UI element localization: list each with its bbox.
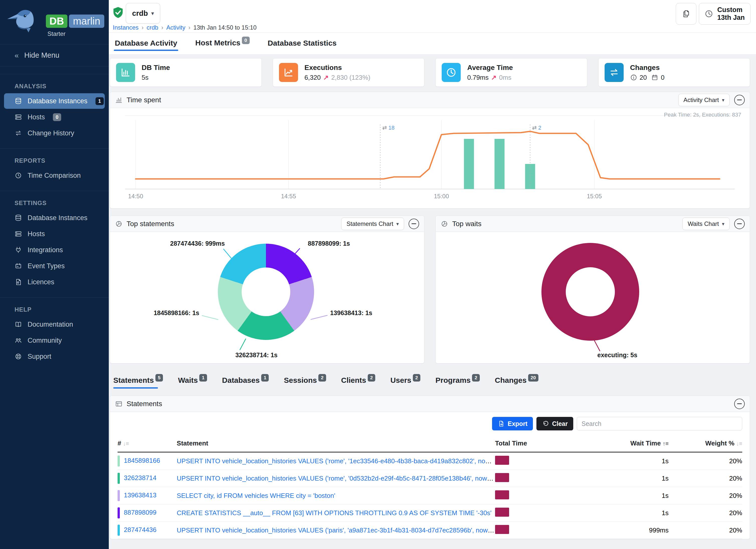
total-time-bar	[495, 456, 509, 465]
statement-id-link[interactable]: 326238714	[124, 474, 156, 482]
statement-id-link[interactable]: 1845898166	[124, 457, 160, 464]
top-waits-header: Top waits Waits Chart ▾	[436, 216, 750, 232]
statement-color-bar	[118, 455, 120, 467]
sidebar-item-time-comparison[interactable]: Time Comparison	[4, 168, 105, 183]
detail-tab-statements[interactable]: Statements5	[113, 376, 163, 389]
column-header-total-time[interactable]: Total Time	[495, 435, 600, 452]
chevron-down-icon: ▾	[722, 221, 724, 227]
column-header-weight[interactable]: Weight % ↓≡	[669, 435, 742, 452]
detail-tab-changes[interactable]: Changes20	[495, 376, 538, 389]
marlin-logo-icon	[5, 6, 44, 41]
time-spent-chart[interactable]: 14:5014:5515:0015:05⇄ 18⇄ 2	[110, 110, 750, 208]
statement-color-bar	[118, 525, 120, 536]
table-row: 139638413 SELECT city, id FROM vehicles …	[118, 487, 742, 504]
count-badge: 20	[528, 374, 538, 382]
hide-menu-button[interactable]: « Hide Menu	[0, 44, 109, 66]
card-db-time: DB Time 5s	[110, 58, 262, 87]
health-shield-icon	[112, 7, 124, 19]
chevron-down-icon: ▾	[722, 97, 724, 103]
double-chevron-left-icon: «	[15, 51, 19, 60]
weight-value: 20%	[669, 504, 742, 522]
copy-icon	[682, 10, 690, 18]
tab-host-metrics[interactable]: Host Metrics0	[194, 34, 251, 53]
statement-link[interactable]: UPSERT INTO vehicle_location_histories V…	[177, 526, 495, 534]
statement-link[interactable]: CREATE STATISTICS __auto__ FROM [63] WIT…	[177, 509, 492, 517]
sort-icon: ↓≡	[736, 440, 742, 447]
sidebar-item-change-history[interactable]: Change History	[4, 125, 105, 141]
instance-name: crdb	[132, 9, 148, 18]
breadcrumb-instances[interactable]: Instances	[113, 24, 139, 31]
clear-button[interactable]: Clear	[536, 417, 573, 430]
chart-type-dropdown[interactable]: Waits Chart ▾	[682, 218, 730, 230]
instance-selector[interactable]: crdb ▾	[126, 3, 160, 24]
sidebar-item-licences[interactable]: Licences	[4, 274, 105, 290]
tab-database-activity[interactable]: Database Activity	[114, 34, 178, 52]
statement-id-link[interactable]: 887898099	[124, 509, 156, 516]
sidebar-item-documentation[interactable]: Documentation	[4, 317, 105, 332]
search-input[interactable]	[577, 417, 742, 430]
breadcrumb-activity[interactable]: Activity	[166, 24, 185, 31]
sidebar-item-hosts-settings[interactable]: Hosts	[4, 226, 105, 242]
sidebar-item-hosts[interactable]: Hosts 0	[4, 109, 105, 125]
sidebar-item-database-instances[interactable]: Database Instances 1	[4, 93, 105, 109]
column-header-num[interactable]: # ↓≡	[118, 435, 177, 452]
count-badge: 5	[155, 374, 163, 382]
card-executions: Executions 6,320 ↗ 2,830 (123%)	[273, 58, 425, 87]
sidebar-item-database-instances-settings[interactable]: Database Instances	[4, 210, 105, 226]
collapse-panel-button[interactable]	[734, 95, 745, 105]
sidebar-item-integrations[interactable]: Integrations	[4, 242, 105, 258]
tab-database-statistics[interactable]: Database Statistics	[267, 34, 338, 52]
statement-link[interactable]: UPSERT INTO vehicle_location_histories V…	[177, 475, 495, 482]
waits-donut-chart[interactable]: executing: 5s	[436, 232, 750, 364]
weight-value: 20%	[669, 452, 742, 470]
top-actions: Custom 13th Jan	[676, 3, 750, 25]
sidebar-item-label: Time Comparison	[28, 172, 81, 179]
statement-link[interactable]: SELECT city, id FROM vehicles WHERE city…	[177, 492, 335, 499]
statement-id-link[interactable]: 287474436	[124, 526, 156, 533]
weight-value: 20%	[669, 522, 742, 539]
breadcrumb-instance[interactable]: crdb	[147, 24, 158, 31]
time-spent-header: Time spent Activity Chart ▾	[110, 92, 750, 108]
main-content: crdb ▾ Instances› crdb› Activity› 13th J…	[109, 0, 756, 549]
leader-line	[311, 315, 328, 320]
detail-tab-programs[interactable]: Programs2	[435, 376, 480, 389]
detail-tab-databases[interactable]: Databases1	[222, 376, 269, 389]
server-icon	[15, 113, 22, 121]
detail-tab-sessions[interactable]: Sessions2	[284, 376, 326, 389]
nav-section-analysis: ANALYSIS Database Instances 1 Hosts 0 Ch…	[0, 74, 109, 141]
statements-donut-chart[interactable]: 287474436: 999ms 887898099: 1s 184589816…	[110, 232, 424, 364]
licence-icon	[15, 278, 22, 286]
sidebar-item-event-types[interactable]: Event Types	[4, 258, 105, 274]
sidebar-item-support[interactable]: Support	[4, 349, 105, 364]
svg-text:⇄ 2: ⇄ 2	[532, 125, 541, 131]
export-button[interactable]: Export	[492, 417, 533, 430]
column-header-statement[interactable]: Statement	[177, 435, 495, 452]
count-badge: 1	[261, 374, 269, 382]
clock-icon	[442, 63, 461, 82]
sidebar-item-label: Licences	[28, 278, 54, 286]
copy-link-button[interactable]	[676, 3, 696, 25]
statement-link[interactable]: UPSERT INTO vehicle_location_histories V…	[177, 457, 495, 465]
detail-tab-clients[interactable]: Clients2	[341, 376, 375, 389]
detail-tab-waits[interactable]: Waits1	[178, 376, 207, 389]
statement-id-link[interactable]: 139638413	[124, 491, 156, 499]
wait-time-value: 1s	[600, 470, 669, 487]
collapse-panel-button[interactable]	[409, 219, 419, 229]
count-badge: 1	[96, 97, 104, 105]
sidebar-item-label: Hosts	[28, 230, 45, 238]
nav-section-settings: SETTINGS Database Instances Hosts Integr…	[0, 191, 109, 290]
statements-table: # ↓≡ Statement Total Time Wait Time ↑≡ W…	[118, 435, 742, 539]
chart-type-dropdown[interactable]: Statements Chart ▾	[341, 218, 404, 230]
collapse-panel-button[interactable]	[734, 399, 745, 409]
sidebar-item-community[interactable]: Community	[4, 333, 105, 348]
detail-tab-users[interactable]: Users2	[390, 376, 420, 389]
chart-type-dropdown[interactable]: Activity Chart ▾	[678, 94, 730, 106]
column-header-wait-time[interactable]: Wait Time ↑≡	[600, 435, 669, 452]
sidebar-item-label: Event Types	[28, 262, 65, 270]
changes-calendar-count: 0	[661, 74, 664, 81]
sidebar-item-label: Community	[28, 337, 62, 344]
collapse-panel-button[interactable]	[734, 219, 745, 229]
donut-label: executing: 5s	[597, 351, 637, 359]
time-range-button[interactable]: Custom 13th Jan	[699, 3, 750, 25]
statement-color-bar	[118, 507, 120, 518]
